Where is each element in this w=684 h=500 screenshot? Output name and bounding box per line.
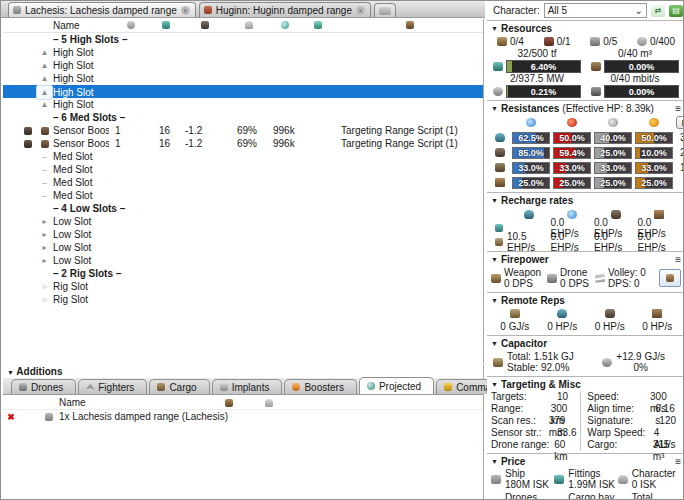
cpu-icon: [493, 62, 503, 71]
projected-fit-row[interactable]: ✖ 1x Lachesis damped range (Lachesis): [3, 410, 483, 424]
ehp-toggle-button[interactable]: EHP: [676, 116, 684, 129]
remove-projected-icon[interactable]: ✖: [3, 410, 19, 424]
rig-slot-icon: ○: [36, 280, 53, 293]
resources-header[interactable]: ▼ Resources: [491, 22, 681, 35]
open-character-editor-button[interactable]: ▤: [669, 5, 683, 17]
new-tab-icon: [379, 7, 391, 15]
tab-implants[interactable]: Implants: [212, 379, 283, 394]
remote-reps-header[interactable]: ▼ Remote Reps: [491, 294, 681, 307]
remote-reps-section: ▼ Remote Reps 0 GJ/s 0 HP/s 0 HP/s 0 HP/…: [487, 292, 684, 335]
cpu-bar: 6.40%: [506, 60, 581, 73]
high-slot-row-selected[interactable]: ▲High Slot: [3, 85, 483, 98]
module-state-icon[interactable]: [24, 127, 32, 135]
med-slot-row[interactable]: –Med Slot: [3, 163, 483, 176]
fitting-header-row: Name: [3, 19, 483, 33]
cap-usage-pct: 0%: [616, 362, 665, 373]
sensor-booster-row[interactable]: Sensor Booster II 1 16 -1.2 69% 996k Tar…: [3, 137, 483, 150]
tab-lachesis-close-icon[interactable]: x: [181, 6, 190, 15]
capacitor-header[interactable]: ▼ Capacitor: [491, 337, 681, 350]
projected-name-header[interactable]: Name: [59, 395, 209, 410]
cap-stable-label: Stable:: [507, 362, 538, 373]
price-menu-icon[interactable]: ≡: [675, 456, 681, 467]
chevron-down-icon: ⌄: [635, 5, 643, 16]
med-slot-row[interactable]: –Med Slot: [3, 150, 483, 163]
med-slot-icon: –: [36, 176, 53, 189]
column-name-header[interactable]: Name: [53, 19, 109, 32]
sensor-booster-row[interactable]: Sensor Booster II 1 16 -1.2 69% 996k Tar…: [3, 124, 483, 137]
new-tab-button[interactable]: [374, 3, 396, 17]
fittings-price-value: 1.99M ISK: [568, 479, 615, 490]
damage-pattern-icon: [495, 178, 505, 187]
dps-graph-button[interactable]: [659, 269, 681, 287]
collapse-triangle-icon: ▼: [491, 105, 498, 112]
targeting-header[interactable]: ▼ Targeting & Misc: [491, 378, 681, 391]
tab-huginn[interactable]: Huginn: Huginn damped range x: [199, 2, 371, 17]
sustained-armor-repair: 0.0 EHP/s: [594, 235, 638, 249]
character-select[interactable]: All 5 ⌄: [544, 3, 647, 18]
refresh-character-button[interactable]: ⇄: [651, 5, 665, 17]
tab-fighters[interactable]: Fighters: [78, 379, 147, 394]
module-state-icon[interactable]: [24, 140, 32, 148]
range-column-icon: [245, 21, 253, 29]
resistances-menu-icon[interactable]: ≡: [675, 103, 681, 114]
projected-icon: [367, 382, 375, 390]
warpspeed-value: 4 AU/s: [654, 427, 681, 439]
character-price-label: Character: [632, 468, 676, 479]
bonus-pct: 69%: [231, 137, 267, 150]
volley-value: Volley: 0: [608, 267, 646, 278]
dronerange-value: 60 km: [554, 439, 580, 451]
speed-label: Speed:: [587, 391, 650, 403]
recharge-header[interactable]: ▼ Recharge rates: [491, 194, 681, 207]
tab-projected[interactable]: Projected: [359, 377, 434, 394]
character-price-icon: [618, 475, 628, 484]
low-slot-row[interactable]: ▸Low Slot: [3, 241, 483, 254]
cap-recharge-rate: +12.9 GJ/s: [616, 351, 665, 362]
price-column-icon: [314, 21, 322, 29]
tab-drones[interactable]: Drones: [11, 379, 76, 394]
shield-ehp: 3.92k: [676, 130, 684, 145]
capacitor-section: ▼ Capacitor Total: 1.51k GJ Stable: 92.0…: [487, 335, 684, 376]
cap-usage: -1.2: [179, 137, 231, 150]
med-slot-row[interactable]: –Med Slot: [3, 189, 483, 202]
recharge-grid: 0.0 EHP/s 0.0 EHP/s 0.0 EHP/s 10.5 EHP/s…: [491, 207, 681, 249]
section-header-med-slots: – 6 Med Slots –: [3, 111, 483, 124]
fittings-price-icon: [554, 475, 564, 484]
tab-huginn-label: Huginn: Huginn damped range: [216, 5, 352, 16]
tab-boosters[interactable]: Boosters: [284, 379, 356, 394]
tab-huginn-close-icon[interactable]: x: [356, 6, 365, 15]
firepower-values: Weapon0 DPS Drone0 DPS Volley: 0DPS: 0: [491, 266, 681, 290]
scanres-label: Scan res.:: [491, 415, 549, 427]
tab-lachesis[interactable]: Lachesis: Lachesis damped range x: [8, 2, 196, 17]
launcher-hardpoints-value: 0/1: [557, 36, 571, 47]
cap-total-label: Total:: [507, 351, 531, 362]
sensorstr-value: 33.6: [557, 427, 576, 439]
med-slot-icon: –: [36, 163, 53, 176]
firepower-menu-icon[interactable]: ≡: [675, 254, 681, 265]
high-slot-row[interactable]: ▲High Slot: [3, 46, 483, 59]
high-slot-row[interactable]: ▲High Slot: [3, 72, 483, 85]
powergrid-icon: [493, 87, 503, 96]
armor-icon: [495, 148, 505, 157]
low-slot-row[interactable]: ▸Low Slot: [3, 228, 483, 241]
tab-cargo[interactable]: Cargo: [149, 379, 209, 394]
rig-slot-row[interactable]: ○Rig Slot: [3, 293, 483, 306]
high-slot-row[interactable]: ▲High Slot: [3, 98, 483, 111]
cargo-icon: [157, 383, 165, 391]
low-slot-row[interactable]: ▸Low Slot: [3, 215, 483, 228]
turret-hardpoints-icon: [497, 37, 507, 46]
remote-reps-values: 0 GJ/s 0 HP/s 0 HP/s 0 HP/s: [491, 320, 681, 333]
high-slot-row[interactable]: ▲High Slot: [3, 59, 483, 72]
med-slot-row[interactable]: –Med Slot: [3, 176, 483, 189]
stats-pane: Character: All 5 ⌄ ⇄ ▤ ▼ Resources 0/4 0…: [487, 1, 684, 500]
low-slot-row[interactable]: ▸Low Slot: [3, 254, 483, 267]
collapse-triangle-icon: ▼: [491, 297, 498, 304]
sustained-shield-boost: 0.0 EHP/s: [551, 235, 595, 249]
firepower-header[interactable]: ▼ Firepower ≡: [491, 253, 681, 266]
sensor-booster-icon: [41, 140, 49, 148]
remote-reps-icons: [491, 307, 681, 320]
drone-bandwidth-icon: [591, 87, 601, 96]
rig-slot-row[interactable]: ○Rig Slot: [3, 280, 483, 293]
signature-value: 120: [659, 415, 676, 427]
resistances-header[interactable]: ▼ Resistances (Effective HP: 8.39k) ≡: [491, 102, 681, 115]
sensor-booster-icon: [41, 127, 49, 135]
